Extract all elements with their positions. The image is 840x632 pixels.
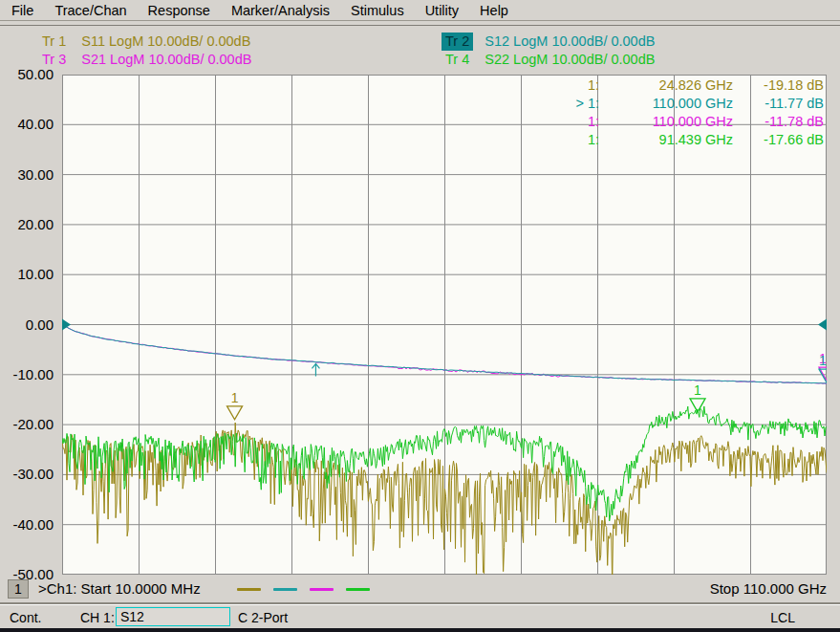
marker-frequency: 91.439 GHz xyxy=(599,131,733,149)
trace-format-tr1: S11 LogM 10.00dB/ 0.00dB xyxy=(81,33,250,51)
trace-format-tr3: S21 LogM 10.00dB/ 0.00dB xyxy=(81,51,251,69)
marker-readout: 1: 24.826 GHz -19.18 dB > 1: 110.000 GHz… xyxy=(532,76,824,149)
trace-legend-left: Tr 1 S11 LogM 10.00dB/ 0.00dB Tr 3 S21 L… xyxy=(38,33,251,69)
menu-bar: File Trace/Chan Response Marker/Analysis… xyxy=(0,0,840,21)
trace-legend-right: Tr 2 S12 LogM 10.00dB/ 0.00dB Tr 4 S22 L… xyxy=(442,33,655,69)
marker-value: -19.18 dB xyxy=(733,76,824,95)
marker-readout-row-tr4: 1: 91.439 GHz -17.66 dB xyxy=(532,131,824,149)
trace-legend-tr4: Tr 4 S22 LogM 10.00dB/ 0.00dB xyxy=(442,51,655,69)
marker-1-s12[interactable] xyxy=(819,369,827,382)
menu-marker-analysis[interactable]: Marker/Analysis xyxy=(231,3,330,18)
trace-color-dash-tr2 xyxy=(273,588,297,591)
marker-label-s12: 1 xyxy=(819,353,827,368)
plot-area: 1111 1: 24.826 GHz -19.18 dB > 1: 110.00… xyxy=(62,75,827,575)
marker-number-active: > 1: xyxy=(532,95,599,113)
marker-1-s11[interactable] xyxy=(227,406,243,420)
menu-stimulus[interactable]: Stimulus xyxy=(351,3,404,18)
cal-status: C 2-Port xyxy=(238,610,288,625)
y-axis-tick-label: -20.00 xyxy=(0,416,54,433)
sweep-status: Cont. xyxy=(10,610,41,625)
menu-trace-chan[interactable]: Trace/Chan xyxy=(54,3,126,18)
trace-select-tr2[interactable]: Tr 2 xyxy=(442,33,473,51)
stimulus-bar: 1 >Ch1: Start 10.0000 MHz Stop 110.000 G… xyxy=(0,577,840,603)
marker-value: -17.66 dB xyxy=(733,131,824,149)
trace-format-tr4: S22 LogM 10.00dB/ 0.00dB xyxy=(485,51,655,69)
trace-legend-tr2: Tr 2 S12 LogM 10.00dB/ 0.00dB xyxy=(442,33,655,51)
marker-value: -11.78 dB xyxy=(733,113,824,131)
y-axis-tick-label: 40.00 xyxy=(0,116,54,133)
trace-format-tr2: S12 LogM 10.00dB/ 0.00dB xyxy=(485,33,655,51)
menu-response[interactable]: Response xyxy=(148,3,210,18)
lcl-indicator: LCL xyxy=(770,610,795,625)
y-axis-tick-label: -30.00 xyxy=(0,466,54,483)
display-area: Tr 1 S11 LogM 10.00dB/ 0.00dB Tr 3 S21 L… xyxy=(0,25,840,604)
measurement-box[interactable]: S12 xyxy=(116,607,230,626)
y-axis-tick-label: 0.00 xyxy=(0,316,54,334)
menu-file[interactable]: File xyxy=(11,3,33,18)
pna-window: File Trace/Chan Response Marker/Analysis… xyxy=(0,0,840,632)
marker-readout-row-tr3: 1: 110.000 GHz -11.78 dB xyxy=(532,113,824,131)
marker-label-s22: 1 xyxy=(694,382,701,398)
y-axis-labels: 50.0040.0030.0020.0010.000.00-10.00-20.0… xyxy=(0,75,57,575)
marker-frequency: 110.000 GHz xyxy=(599,113,733,131)
y-axis-tick-label: 30.00 xyxy=(0,166,54,184)
trace-select-tr1[interactable]: Tr 1 xyxy=(38,33,70,51)
trace-color-key xyxy=(237,580,370,598)
marker-number: 1: xyxy=(532,76,599,95)
marker-readout-row-tr1: 1: 24.826 GHz -19.18 dB xyxy=(532,76,824,95)
marker-number: 1: xyxy=(532,131,599,149)
trace-color-dash-tr1 xyxy=(237,588,261,591)
marker-number: 1: xyxy=(532,113,599,131)
marker-label-s11: 1 xyxy=(231,390,239,405)
reference-level-marker-right[interactable] xyxy=(818,319,827,331)
start-frequency-label: >Ch1: Start 10.0000 MHz xyxy=(38,580,201,597)
trace-legend-tr1: Tr 1 S11 LogM 10.00dB/ 0.00dB xyxy=(38,33,251,51)
marker-value: -11.77 dB xyxy=(733,95,824,113)
y-axis-tick-label: 50.00 xyxy=(0,66,54,83)
menu-utility[interactable]: Utility xyxy=(425,3,459,18)
trace-legend-tr3: Tr 3 S21 LogM 10.00dB/ 0.00dB xyxy=(38,51,251,69)
stop-frequency-label: Stop 110.000 GHz xyxy=(710,580,827,597)
window-edge xyxy=(0,628,840,632)
marker-readout-row-tr2: > 1: 110.000 GHz -11.77 dB xyxy=(532,95,824,113)
y-axis-tick-label: -10.00 xyxy=(0,366,54,383)
status-bar: Cont. CH 1: S12 C 2-Port LCL xyxy=(0,604,840,629)
trace-select-tr4[interactable]: Tr 4 xyxy=(442,51,473,69)
trace-plot: 1111 xyxy=(62,75,827,575)
trace-color-dash-tr3 xyxy=(310,588,334,591)
channel-indicator[interactable]: 1 xyxy=(8,579,29,599)
menu-help[interactable]: Help xyxy=(480,3,508,18)
marker-frequency: 24.826 GHz xyxy=(599,76,733,95)
y-axis-tick-label: 10.00 xyxy=(0,266,54,283)
marker-frequency: 110.000 GHz xyxy=(599,95,733,113)
channel-label: CH 1: xyxy=(80,610,115,625)
trace-color-dash-tr4 xyxy=(346,588,370,591)
y-axis-tick-label: -40.00 xyxy=(0,516,54,534)
y-axis-tick-label: 20.00 xyxy=(0,216,54,233)
